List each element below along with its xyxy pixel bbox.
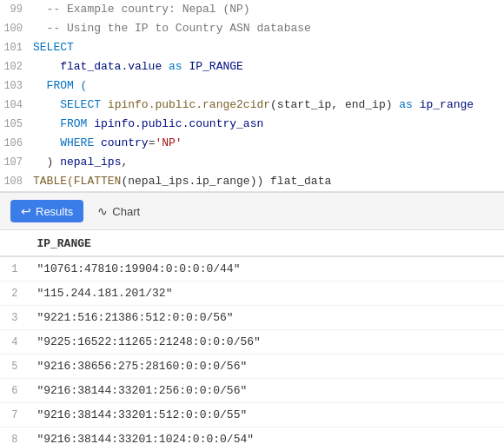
- code-token: ip_range: [413, 98, 474, 111]
- code-token: IP_RANGE: [189, 60, 242, 73]
- line-content: -- Example country: Nepal (NP): [33, 0, 504, 19]
- row-number: 5: [0, 355, 26, 379]
- code-line: 102 flat_data.value as IP_RANGE: [0, 57, 504, 76]
- code-token: WHERE: [33, 136, 101, 149]
- line-number: 101: [0, 38, 33, 57]
- table-row: 6"9216:38144:33201:256:0:0:0/56": [0, 379, 504, 403]
- row-number: 8: [0, 427, 26, 445]
- code-token: 'NP': [155, 136, 182, 149]
- table-row: 1"10761:47810:19904:0:0:0:0/44": [0, 256, 504, 282]
- code-token: -- Example country: Nepal (NP): [33, 3, 250, 16]
- code-editor: 99 -- Example country: Nepal (NP)100 -- …: [0, 0, 504, 192]
- code-line: 108TABLE(FLATTEN(nepal_ips.ip_range)) fl…: [0, 172, 504, 191]
- code-line: 103 FROM (: [0, 76, 504, 96]
- code-token: (start_ip, end_ip): [270, 98, 399, 111]
- code-token: TABLE(FLATTEN: [33, 175, 121, 188]
- code-token: SELECT: [33, 41, 74, 54]
- table-row: 8"9216:38144:33201:1024:0:0:0/54": [0, 427, 504, 445]
- code-token: country: [101, 136, 149, 149]
- line-number: 102: [0, 57, 33, 76]
- code-line: 104 SELECT ipinfo.public.range2cidr(star…: [0, 96, 504, 115]
- code-token: flat_data.value: [33, 60, 162, 73]
- code-line: 100 -- Using the IP to Country ASN datab…: [0, 19, 504, 38]
- code-line: 105 FROM ipinfo.public.country_asn: [0, 115, 504, 134]
- code-token: ipinfo.public.range2cidr: [108, 98, 270, 111]
- code-token: ,: [121, 156, 128, 169]
- results-label: Results: [36, 205, 73, 218]
- line-number: 99: [0, 0, 33, 19]
- line-content: SELECT: [33, 38, 504, 57]
- ip-range-cell: "9225:16522:11265:21248:0:0:0/56": [26, 330, 504, 355]
- line-number: 104: [0, 96, 33, 115]
- code-token: FROM (: [33, 79, 87, 92]
- chart-label: Chart: [112, 205, 140, 218]
- code-token: as: [399, 98, 413, 111]
- table-body: 1"10761:47810:19904:0:0:0:0/44"2"115.244…: [0, 256, 504, 444]
- results-icon: ↩: [21, 204, 31, 218]
- row-number: 6: [0, 379, 26, 403]
- line-number: 103: [0, 76, 33, 96]
- code-line: 99 -- Example country: Nepal (NP): [0, 0, 504, 19]
- line-number: 108: [0, 172, 33, 191]
- table-row: 2"115.244.181.201/32": [0, 282, 504, 306]
- table-row: 3"9221:516:21386:512:0:0:0/56": [0, 306, 504, 330]
- results-panel: IP_RANGE 1"10761:47810:19904:0:0:0:0/44"…: [0, 230, 504, 444]
- code-token: as: [162, 60, 189, 73]
- results-table: IP_RANGE 1"10761:47810:19904:0:0:0:0/44"…: [0, 230, 504, 444]
- chart-icon: ∿: [97, 204, 108, 218]
- line-number: 107: [0, 153, 33, 172]
- line-content: TABLE(FLATTEN(nepal_ips.ip_range)) flat_…: [33, 172, 504, 191]
- results-button[interactable]: ↩ Results: [10, 200, 83, 222]
- code-token: ipinfo.public.country_asn: [94, 117, 263, 130]
- ip-range-cell: "9216:38656:275:28160:0:0:0/56": [26, 355, 504, 379]
- table-header-row: IP_RANGE: [0, 230, 504, 256]
- ip-range-cell: "10761:47810:19904:0:0:0:0/44": [26, 256, 504, 282]
- line-content: FROM ipinfo.public.country_asn: [33, 115, 504, 134]
- line-content: FROM (: [33, 76, 504, 96]
- line-content: flat_data.value as IP_RANGE: [33, 57, 504, 76]
- ip-range-header: IP_RANGE: [26, 230, 504, 256]
- row-number: 1: [0, 256, 26, 282]
- code-token: FROM: [33, 117, 94, 130]
- code-token: -- Using the IP to Country ASN database: [33, 22, 311, 35]
- code-line: 107 ) nepal_ips,: [0, 153, 504, 172]
- code-token: nepal_ips: [60, 156, 121, 169]
- line-content: SELECT ipinfo.public.range2cidr(start_ip…: [33, 96, 504, 115]
- line-content: -- Using the IP to Country ASN database: [33, 19, 504, 38]
- table-row: 7"9216:38144:33201:512:0:0:0/55": [0, 403, 504, 427]
- chart-button[interactable]: ∿ Chart: [89, 200, 149, 222]
- row-number: 2: [0, 282, 26, 306]
- row-num-header: [0, 230, 26, 256]
- code-line: 106 WHERE country='NP': [0, 134, 504, 153]
- toolbar: ↩ Results ∿ Chart: [0, 192, 504, 230]
- line-number: 100: [0, 19, 33, 38]
- line-content: WHERE country='NP': [33, 134, 504, 153]
- row-number: 4: [0, 330, 26, 355]
- table-row: 5"9216:38656:275:28160:0:0:0/56": [0, 355, 504, 379]
- line-content: ) nepal_ips,: [33, 153, 504, 172]
- code-token: SELECT: [33, 98, 108, 111]
- ip-range-cell: "9216:38144:33201:512:0:0:0/55": [26, 403, 504, 427]
- ip-range-cell: "9221:516:21386:512:0:0:0/56": [26, 306, 504, 330]
- row-number: 3: [0, 306, 26, 330]
- ip-range-cell: "9216:38144:33201:1024:0:0:0/54": [26, 427, 504, 445]
- row-number: 7: [0, 403, 26, 427]
- table-row: 4"9225:16522:11265:21248:0:0:0/56": [0, 330, 504, 355]
- line-number: 106: [0, 134, 33, 153]
- code-token: ): [33, 156, 60, 169]
- line-number: 105: [0, 115, 33, 134]
- code-token: (nepal_ips.ip_range)) flat_data: [121, 175, 331, 188]
- code-line: 101SELECT: [0, 38, 504, 57]
- ip-range-cell: "115.244.181.201/32": [26, 282, 504, 306]
- ip-range-cell: "9216:38144:33201:256:0:0:0/56": [26, 379, 504, 403]
